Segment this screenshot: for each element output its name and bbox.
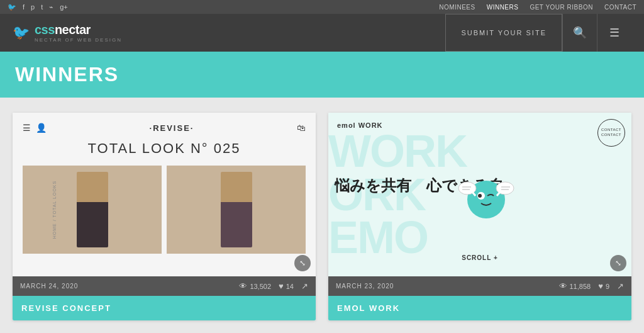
eye-icon: 👁 <box>559 281 567 291</box>
emol-mascot <box>455 163 518 226</box>
social-links: 🐦 f p t ⌁ g+ <box>8 3 68 11</box>
top-nav: NOMINEES WINNERS GET YOUR RIBBON CONTACT <box>439 4 636 11</box>
fashion-figure-2 <box>221 172 252 247</box>
emol-date: MARCH 23, 2020 <box>336 283 394 290</box>
emol-title-label: EMOL WORK <box>337 303 623 313</box>
emol-views: 👁 11,858 <box>559 281 591 291</box>
search-icon: 🔍 <box>573 26 587 40</box>
card-revise-preview: ☰ 👤 ·REVISE· 🛍 TOTAL LOOK N° 025 HOME / … <box>13 113 316 276</box>
card-revise[interactable]: ☰ 👤 ·REVISE· 🛍 TOTAL LOOK N° 025 HOME / … <box>13 113 316 320</box>
logo-text: cssnectar NECTAR OF WEB DESIGN <box>35 23 122 43</box>
emol-stats: 👁 11,858 ♥ 9 ↗ <box>559 281 625 291</box>
emol-likes: ♥ 9 <box>598 281 609 291</box>
logo-tagline: NECTAR OF WEB DESIGN <box>35 37 122 43</box>
card-emol-preview: WORK ORK EMO emol WORK CONTACTCONTACT 悩み… <box>328 113 631 276</box>
page-title: WINNERS <box>15 63 629 86</box>
hamburger-icon: ☰ <box>609 26 619 40</box>
emol-like-count: 9 <box>606 283 609 290</box>
revise-preview-title: TOTAL LOOK N° 025 <box>88 140 241 157</box>
bird-icon: 🐦 <box>13 25 30 41</box>
nav-winners[interactable]: WINNERS <box>487 4 519 11</box>
revise-image-1: HOME / TOTAL LOOKS <box>23 166 162 254</box>
heart-icon: ♥ <box>598 281 603 291</box>
card-emol-info: MARCH 23, 2020 👁 11,858 ♥ 9 ↗ <box>328 276 631 296</box>
twitter-icon[interactable]: 🐦 <box>8 3 16 11</box>
emol-content-layer: emol WORK CONTACTCONTACT 悩みを共有 心できる自 <box>328 113 631 276</box>
submit-site-button[interactable]: SUBMIT YOUR SITE <box>445 14 562 52</box>
share-icon: ↗ <box>617 281 624 291</box>
nav-contact[interactable]: CONTACT <box>604 4 636 11</box>
revise-likes: ♥ 14 <box>279 281 294 291</box>
rss-icon[interactable]: ⌁ <box>49 3 53 11</box>
emol-scroll-icon: ⤡ <box>610 255 626 271</box>
emol-view-count: 11,858 <box>570 283 591 290</box>
revise-menu-icon: ☰ 👤 <box>23 123 47 133</box>
revise-image-2 <box>167 166 306 254</box>
account-icon: 👤 <box>36 123 47 133</box>
emol-brand: emol WORK <box>337 121 623 129</box>
card-revise-footer[interactable]: REVISE CONCEPT <box>13 296 316 320</box>
revise-top-bar: ☰ 👤 ·REVISE· 🛍 <box>23 123 306 133</box>
googleplus-icon[interactable]: g+ <box>60 3 68 11</box>
logo-brand: cssnectar <box>35 23 122 37</box>
top-bar: 🐦 f p t ⌁ g+ NOMINEES WINNERS GET YOUR R… <box>0 0 644 14</box>
revise-views: 👁 13,502 <box>239 281 271 291</box>
mascot-svg <box>455 163 518 226</box>
emol-contact-text: CONTACTCONTACT <box>601 128 621 138</box>
header-actions: SUBMIT YOUR SITE 🔍 ☰ <box>445 14 631 52</box>
fashion-figure-1 <box>77 172 108 247</box>
menu-button[interactable]: ☰ <box>597 14 631 52</box>
revise-title-label: REVISE CONCEPT <box>21 303 307 313</box>
card-revise-info: MARCH 24, 2020 👁 13,502 ♥ 14 ↗ <box>13 276 316 296</box>
card-emol-footer[interactable]: EMOL WORK <box>328 296 631 320</box>
emol-scroll-text: SCROLL + <box>462 254 498 261</box>
tumblr-icon[interactable]: t <box>41 3 43 11</box>
pinterest-icon[interactable]: p <box>31 3 35 11</box>
svg-point-2 <box>478 194 482 198</box>
winners-banner: WINNERS <box>0 52 644 98</box>
heart-icon: ♥ <box>279 281 284 291</box>
scroll-icon: ⤡ <box>294 255 311 271</box>
revise-view-count: 13,502 <box>250 283 271 290</box>
eye-icon: 👁 <box>239 281 247 291</box>
emol-contact-circle: CONTACTCONTACT <box>597 119 625 147</box>
revise-share[interactable]: ↗ <box>301 281 308 291</box>
emol-share[interactable]: ↗ <box>617 281 624 291</box>
revise-cart-icon: 🛍 <box>297 123 306 133</box>
revise-images: HOME / TOTAL LOOKS <box>23 166 306 254</box>
revise-brand: ·REVISE· <box>150 123 194 133</box>
nav-nominees[interactable]: NOMINEES <box>439 4 475 11</box>
search-button[interactable]: 🔍 <box>562 14 597 52</box>
revise-stats: 👁 13,502 ♥ 14 ↗ <box>239 281 308 291</box>
revise-date: MARCH 24, 2020 <box>20 283 78 290</box>
share-icon: ↗ <box>301 281 308 291</box>
revise-like-count: 14 <box>286 283 294 290</box>
nav-get-ribbon[interactable]: GET YOUR RIBBON <box>530 4 592 11</box>
facebook-icon[interactable]: f <box>23 3 25 11</box>
hamburger-small-icon: ☰ <box>23 123 31 133</box>
card-emol[interactable]: WORK ORK EMO emol WORK CONTACTCONTACT 悩み… <box>328 113 631 320</box>
content-area: ☰ 👤 ·REVISE· 🛍 TOTAL LOOK N° 025 HOME / … <box>0 98 644 333</box>
main-header: 🐦 cssnectar NECTAR OF WEB DESIGN SUBMIT … <box>0 14 644 52</box>
logo[interactable]: 🐦 cssnectar NECTAR OF WEB DESIGN <box>13 23 122 43</box>
